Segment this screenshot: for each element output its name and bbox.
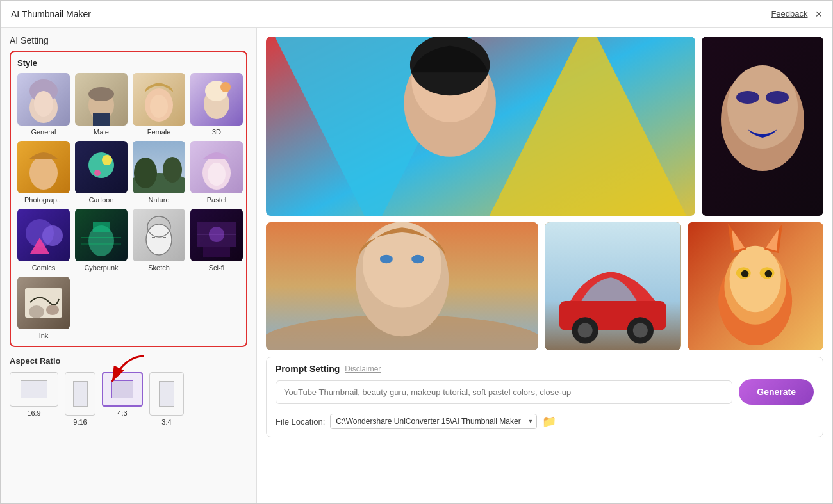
- aspect-grid: 16:9 9:16 4:3: [10, 372, 247, 426]
- svg-point-66: [363, 222, 441, 308]
- svg-point-67: [380, 255, 393, 263]
- style-thumb-cyberpunk: [75, 209, 128, 261]
- style-thumb-3d: [190, 73, 243, 126]
- aspect-box-9-16: [65, 372, 95, 416]
- style-thumb-female: [133, 73, 185, 126]
- svg-point-50: [46, 305, 59, 315]
- file-location-select-wrap: C:\Wondershare UniConverter 15\AI Thumbn…: [330, 414, 537, 429]
- style-item-3d[interactable]: 3D: [190, 73, 243, 136]
- svg-point-30: [42, 225, 63, 246]
- prompt-row: Generate: [276, 379, 814, 405]
- style-label-comics: Comics: [32, 264, 56, 272]
- style-item-photography[interactable]: Photograp...: [17, 141, 70, 204]
- gallery-bottom-image-3[interactable]: [688, 222, 824, 350]
- style-label-photography: Photograp...: [24, 196, 63, 204]
- style-label-male: Male: [94, 128, 109, 136]
- svg-point-19: [102, 155, 112, 165]
- aspect-ratio-section: Aspect Ratio: [10, 356, 247, 426]
- style-grid: General Male: [17, 73, 240, 339]
- title-bar: AI Thumbnail Maker Feedback ×: [1, 1, 832, 28]
- style-item-ink[interactable]: Ink: [17, 277, 70, 339]
- svg-point-86: [764, 270, 771, 277]
- aspect-item-4-3[interactable]: 4:3: [102, 372, 143, 426]
- style-item-cartoon[interactable]: Cartoon: [75, 141, 128, 204]
- style-label-nature: Nature: [148, 196, 169, 204]
- generate-button[interactable]: Generate: [739, 379, 814, 405]
- style-thumb-nature: [133, 141, 185, 193]
- folder-open-button[interactable]: 📁: [542, 414, 556, 428]
- style-thumb-cartoon: [75, 141, 128, 193]
- style-label-female: Female: [147, 128, 171, 136]
- svg-rect-6: [88, 87, 114, 101]
- svg-point-23: [134, 158, 157, 188]
- gallery-side-image[interactable]: [702, 37, 823, 216]
- style-label-cartoon: Cartoon: [88, 196, 113, 204]
- svg-point-38: [146, 224, 172, 255]
- aspect-box-4-3: [102, 372, 143, 407]
- prompt-section: Prompt Setting Disclaimer Generate File …: [266, 357, 823, 437]
- file-location-dropdown[interactable]: C:\Wondershare UniConverter 15\AI Thumbn…: [330, 414, 537, 429]
- main-window: AI Thumbnail Maker Feedback × AI Setting…: [0, 0, 833, 504]
- style-label-ink: Ink: [39, 332, 49, 339]
- aspect-item-9-16[interactable]: 9:16: [65, 372, 95, 426]
- style-thumb-male: [75, 73, 128, 126]
- style-thumb-general: [17, 73, 70, 126]
- style-section-title: Style: [17, 58, 240, 68]
- svg-point-68: [411, 255, 424, 263]
- svg-point-24: [163, 157, 182, 183]
- svg-point-78: [729, 246, 780, 312]
- style-item-male[interactable]: Male: [75, 73, 128, 136]
- svg-point-20: [94, 170, 101, 176]
- svg-point-14: [220, 82, 231, 92]
- prompt-input[interactable]: [276, 380, 732, 404]
- gallery-bottom-row: [266, 222, 823, 350]
- gallery-main-image[interactable]: [266, 37, 695, 216]
- style-label-cyberpunk: Cyberpunk: [84, 264, 118, 272]
- style-thumb-comics: [17, 209, 70, 261]
- ai-setting-title: AI Setting: [10, 35, 247, 45]
- style-item-female[interactable]: Female: [133, 73, 185, 136]
- aspect-item-16-9[interactable]: 16:9: [10, 372, 58, 426]
- svg-point-3: [34, 91, 53, 117]
- style-item-sketch[interactable]: Sketch: [133, 209, 185, 272]
- svg-point-62: [766, 91, 789, 104]
- aspect-label-4-3: 4:3: [117, 409, 127, 417]
- svg-rect-7: [93, 113, 110, 126]
- style-label-3d: 3D: [212, 128, 221, 136]
- svg-rect-44: [203, 247, 230, 257]
- style-item-comics[interactable]: Comics: [17, 209, 70, 272]
- style-item-general[interactable]: General: [17, 73, 70, 136]
- svg-point-61: [736, 91, 759, 104]
- close-button[interactable]: ×: [815, 8, 822, 20]
- svg-rect-34: [93, 222, 110, 232]
- svg-point-49: [29, 305, 44, 318]
- aspect-label-16-9: 16:9: [27, 409, 40, 417]
- feedback-link[interactable]: Feedback: [771, 9, 807, 19]
- style-item-pastel[interactable]: Pastel: [190, 141, 243, 204]
- style-item-scifi[interactable]: Sci-fi: [190, 209, 243, 272]
- svg-point-27: [208, 163, 226, 186]
- style-item-cyberpunk[interactable]: Cyberpunk: [75, 209, 128, 272]
- style-label-pastel: Pastel: [207, 196, 227, 204]
- main-content: AI Setting Style: [1, 28, 832, 503]
- aspect-box-3-4: [149, 372, 184, 416]
- aspect-item-3-4[interactable]: 3:4: [149, 372, 184, 426]
- style-thumb-scifi: [190, 209, 243, 261]
- gallery-top-row: [266, 37, 823, 216]
- aspect-ratio-title: Aspect Ratio: [10, 356, 247, 366]
- gallery-bottom-image-2[interactable]: [545, 222, 681, 350]
- svg-point-73: [578, 323, 593, 337]
- aspect-label-3-4: 3:4: [161, 418, 171, 426]
- left-panel: AI Setting Style: [1, 28, 257, 503]
- disclaimer-link[interactable]: Disclaimer: [345, 364, 381, 373]
- style-item-nature[interactable]: Nature: [133, 141, 185, 204]
- svg-point-16: [29, 156, 58, 190]
- file-location-label: File Location:: [276, 417, 325, 427]
- style-thumb-sketch: [133, 209, 185, 261]
- svg-point-85: [741, 270, 748, 277]
- style-thumb-pastel: [190, 141, 243, 193]
- gallery-bottom-image-1[interactable]: [266, 222, 538, 350]
- aspect-box-16-9: [10, 372, 58, 407]
- style-label-sketch: Sketch: [148, 264, 170, 272]
- prompt-title: Prompt Setting: [276, 364, 340, 374]
